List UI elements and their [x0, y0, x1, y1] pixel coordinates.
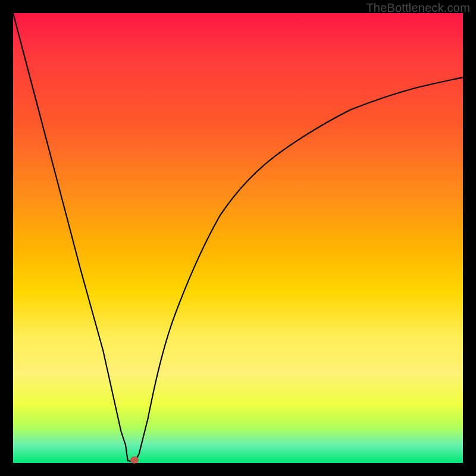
plot-area	[13, 13, 463, 463]
minimum-marker	[130, 456, 139, 464]
curve-right-branch	[134, 77, 463, 462]
chart-frame: TheBottleneck.com	[0, 0, 476, 476]
bottleneck-curve	[13, 13, 463, 463]
watermark-text: TheBottleneck.com	[366, 1, 470, 15]
curve-left-branch	[13, 13, 134, 462]
